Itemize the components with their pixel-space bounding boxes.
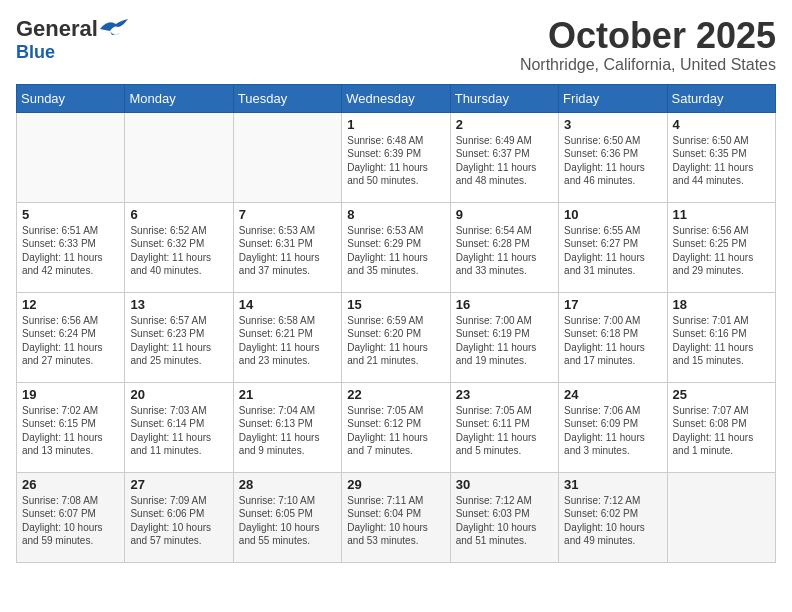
calendar-cell: 20Sunrise: 7:03 AM Sunset: 6:14 PM Dayli… (125, 382, 233, 472)
day-number: 1 (347, 117, 444, 132)
day-info: Sunrise: 6:59 AM Sunset: 6:20 PM Dayligh… (347, 314, 444, 368)
day-number: 3 (564, 117, 661, 132)
day-number: 13 (130, 297, 227, 312)
calendar-cell: 3Sunrise: 6:50 AM Sunset: 6:36 PM Daylig… (559, 112, 667, 202)
calendar-cell (667, 472, 775, 562)
calendar-cell: 27Sunrise: 7:09 AM Sunset: 6:06 PM Dayli… (125, 472, 233, 562)
calendar-cell: 28Sunrise: 7:10 AM Sunset: 6:05 PM Dayli… (233, 472, 341, 562)
page-header: General Blue October 2025 Northridge, Ca… (16, 16, 776, 74)
day-number: 2 (456, 117, 553, 132)
day-info: Sunrise: 6:55 AM Sunset: 6:27 PM Dayligh… (564, 224, 661, 278)
weekday-header-saturday: Saturday (667, 84, 775, 112)
calendar-cell: 19Sunrise: 7:02 AM Sunset: 6:15 PM Dayli… (17, 382, 125, 472)
logo-blue-text: Blue (16, 42, 55, 63)
day-number: 10 (564, 207, 661, 222)
day-info: Sunrise: 7:10 AM Sunset: 6:05 PM Dayligh… (239, 494, 336, 548)
calendar-cell: 9Sunrise: 6:54 AM Sunset: 6:28 PM Daylig… (450, 202, 558, 292)
day-info: Sunrise: 6:50 AM Sunset: 6:36 PM Dayligh… (564, 134, 661, 188)
weekday-header-wednesday: Wednesday (342, 84, 450, 112)
weekday-header-monday: Monday (125, 84, 233, 112)
weekday-header-thursday: Thursday (450, 84, 558, 112)
calendar-cell: 31Sunrise: 7:12 AM Sunset: 6:02 PM Dayli… (559, 472, 667, 562)
day-number: 25 (673, 387, 770, 402)
day-number: 31 (564, 477, 661, 492)
location-text: Northridge, California, United States (520, 56, 776, 74)
calendar-cell: 6Sunrise: 6:52 AM Sunset: 6:32 PM Daylig… (125, 202, 233, 292)
week-row-3: 12Sunrise: 6:56 AM Sunset: 6:24 PM Dayli… (17, 292, 776, 382)
day-info: Sunrise: 7:01 AM Sunset: 6:16 PM Dayligh… (673, 314, 770, 368)
day-number: 29 (347, 477, 444, 492)
day-info: Sunrise: 6:56 AM Sunset: 6:24 PM Dayligh… (22, 314, 119, 368)
day-number: 5 (22, 207, 119, 222)
calendar-cell: 18Sunrise: 7:01 AM Sunset: 6:16 PM Dayli… (667, 292, 775, 382)
day-number: 4 (673, 117, 770, 132)
day-number: 14 (239, 297, 336, 312)
day-number: 17 (564, 297, 661, 312)
day-number: 24 (564, 387, 661, 402)
day-number: 21 (239, 387, 336, 402)
week-row-5: 26Sunrise: 7:08 AM Sunset: 6:07 PM Dayli… (17, 472, 776, 562)
day-info: Sunrise: 7:04 AM Sunset: 6:13 PM Dayligh… (239, 404, 336, 458)
day-info: Sunrise: 7:11 AM Sunset: 6:04 PM Dayligh… (347, 494, 444, 548)
day-number: 20 (130, 387, 227, 402)
calendar-cell: 4Sunrise: 6:50 AM Sunset: 6:35 PM Daylig… (667, 112, 775, 202)
day-number: 16 (456, 297, 553, 312)
day-info: Sunrise: 7:05 AM Sunset: 6:11 PM Dayligh… (456, 404, 553, 458)
calendar-cell: 22Sunrise: 7:05 AM Sunset: 6:12 PM Dayli… (342, 382, 450, 472)
day-number: 18 (673, 297, 770, 312)
calendar-cell: 11Sunrise: 6:56 AM Sunset: 6:25 PM Dayli… (667, 202, 775, 292)
day-info: Sunrise: 6:53 AM Sunset: 6:29 PM Dayligh… (347, 224, 444, 278)
day-info: Sunrise: 7:07 AM Sunset: 6:08 PM Dayligh… (673, 404, 770, 458)
calendar-cell: 25Sunrise: 7:07 AM Sunset: 6:08 PM Dayli… (667, 382, 775, 472)
logo-general-text: General (16, 16, 98, 42)
calendar-cell: 2Sunrise: 6:49 AM Sunset: 6:37 PM Daylig… (450, 112, 558, 202)
title-section: October 2025 Northridge, California, Uni… (520, 16, 776, 74)
day-info: Sunrise: 6:54 AM Sunset: 6:28 PM Dayligh… (456, 224, 553, 278)
week-row-1: 1Sunrise: 6:48 AM Sunset: 6:39 PM Daylig… (17, 112, 776, 202)
day-info: Sunrise: 6:50 AM Sunset: 6:35 PM Dayligh… (673, 134, 770, 188)
logo-bird-icon (100, 19, 128, 39)
calendar-cell: 14Sunrise: 6:58 AM Sunset: 6:21 PM Dayli… (233, 292, 341, 382)
day-number: 12 (22, 297, 119, 312)
day-info: Sunrise: 6:57 AM Sunset: 6:23 PM Dayligh… (130, 314, 227, 368)
calendar-cell: 16Sunrise: 7:00 AM Sunset: 6:19 PM Dayli… (450, 292, 558, 382)
day-number: 27 (130, 477, 227, 492)
calendar-table: SundayMondayTuesdayWednesdayThursdayFrid… (16, 84, 776, 563)
calendar-cell: 30Sunrise: 7:12 AM Sunset: 6:03 PM Dayli… (450, 472, 558, 562)
day-number: 15 (347, 297, 444, 312)
day-info: Sunrise: 6:52 AM Sunset: 6:32 PM Dayligh… (130, 224, 227, 278)
calendar-cell: 13Sunrise: 6:57 AM Sunset: 6:23 PM Dayli… (125, 292, 233, 382)
week-row-4: 19Sunrise: 7:02 AM Sunset: 6:15 PM Dayli… (17, 382, 776, 472)
day-info: Sunrise: 6:48 AM Sunset: 6:39 PM Dayligh… (347, 134, 444, 188)
calendar-cell: 17Sunrise: 7:00 AM Sunset: 6:18 PM Dayli… (559, 292, 667, 382)
day-number: 22 (347, 387, 444, 402)
day-number: 30 (456, 477, 553, 492)
calendar-cell: 24Sunrise: 7:06 AM Sunset: 6:09 PM Dayli… (559, 382, 667, 472)
calendar-cell: 21Sunrise: 7:04 AM Sunset: 6:13 PM Dayli… (233, 382, 341, 472)
day-info: Sunrise: 7:06 AM Sunset: 6:09 PM Dayligh… (564, 404, 661, 458)
calendar-cell: 1Sunrise: 6:48 AM Sunset: 6:39 PM Daylig… (342, 112, 450, 202)
calendar-cell: 10Sunrise: 6:55 AM Sunset: 6:27 PM Dayli… (559, 202, 667, 292)
calendar-cell: 8Sunrise: 6:53 AM Sunset: 6:29 PM Daylig… (342, 202, 450, 292)
day-info: Sunrise: 7:00 AM Sunset: 6:18 PM Dayligh… (564, 314, 661, 368)
weekday-header-tuesday: Tuesday (233, 84, 341, 112)
day-number: 9 (456, 207, 553, 222)
day-number: 26 (22, 477, 119, 492)
calendar-cell (125, 112, 233, 202)
day-number: 23 (456, 387, 553, 402)
week-row-2: 5Sunrise: 6:51 AM Sunset: 6:33 PM Daylig… (17, 202, 776, 292)
day-info: Sunrise: 7:02 AM Sunset: 6:15 PM Dayligh… (22, 404, 119, 458)
day-info: Sunrise: 7:03 AM Sunset: 6:14 PM Dayligh… (130, 404, 227, 458)
calendar-cell (17, 112, 125, 202)
day-number: 6 (130, 207, 227, 222)
weekday-header-sunday: Sunday (17, 84, 125, 112)
day-info: Sunrise: 6:56 AM Sunset: 6:25 PM Dayligh… (673, 224, 770, 278)
logo: General Blue (16, 16, 128, 63)
day-number: 19 (22, 387, 119, 402)
day-info: Sunrise: 7:09 AM Sunset: 6:06 PM Dayligh… (130, 494, 227, 548)
day-info: Sunrise: 6:53 AM Sunset: 6:31 PM Dayligh… (239, 224, 336, 278)
calendar-cell: 7Sunrise: 6:53 AM Sunset: 6:31 PM Daylig… (233, 202, 341, 292)
day-info: Sunrise: 7:00 AM Sunset: 6:19 PM Dayligh… (456, 314, 553, 368)
day-info: Sunrise: 7:08 AM Sunset: 6:07 PM Dayligh… (22, 494, 119, 548)
calendar-cell: 23Sunrise: 7:05 AM Sunset: 6:11 PM Dayli… (450, 382, 558, 472)
